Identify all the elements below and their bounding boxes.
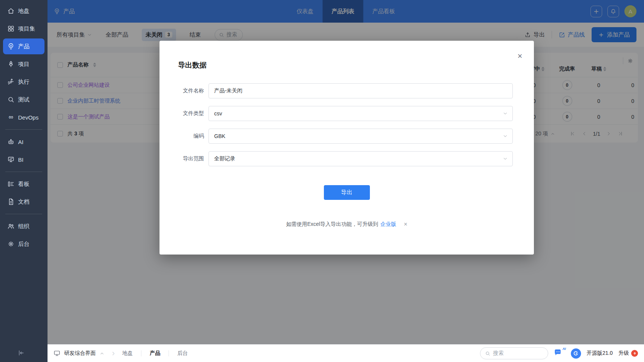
sidebar-item-kanban[interactable]: 看板 <box>3 176 44 192</box>
encoding-label: 编码 <box>159 133 204 140</box>
sidebar-item-ai[interactable]: AI <box>3 134 44 150</box>
chevron-up-icon[interactable] <box>100 351 104 356</box>
sidebar-item-product[interactable]: 产品 <box>3 38 44 54</box>
chevron-down-icon <box>503 156 508 161</box>
sidebar-item-label: 测试 <box>18 96 29 103</box>
search-icon <box>7 96 15 103</box>
sidebar-item-admin[interactable]: 后台 <box>3 236 44 252</box>
search-icon <box>485 351 491 356</box>
file-type-select[interactable]: csv <box>209 106 513 121</box>
file-type-value: csv <box>214 110 222 117</box>
infinity-icon: ∞ <box>7 114 15 121</box>
sidebar-item-label: 地盘 <box>18 8 29 15</box>
sidebar-item-home[interactable]: 地盘 <box>3 3 44 19</box>
breadcrumb-product[interactable]: 产品 <box>150 350 160 357</box>
upgrade-label: 升级 <box>618 350 629 357</box>
file-name-label: 文件名称 <box>159 87 204 94</box>
sidebar-divider <box>5 214 42 214</box>
chat-bubble-icon <box>554 348 563 357</box>
grid-icon <box>7 25 15 32</box>
chevron-right-icon: › <box>112 349 115 357</box>
upgrade-arrow-icon <box>631 350 638 357</box>
robot-icon <box>7 138 15 146</box>
export-dialog: × 导出数据 文件名称 文件类型 csv 编码 GBK 导出范围 全部记录 <box>159 41 534 255</box>
kanban-icon <box>7 180 15 188</box>
sidebar-item-label: 文档 <box>18 198 29 206</box>
breadcrumb-divider <box>169 350 169 356</box>
upgrade-note-text: 如需使用Excel导入导出功能，可升级到 <box>286 221 378 228</box>
encoding-value: GBK <box>214 133 225 139</box>
sidebar-item-testing[interactable]: 测试 <box>3 92 44 107</box>
sidebar-item-project[interactable]: 项目 <box>3 56 44 72</box>
sidebar-item-devops[interactable]: ∞ DevOps <box>3 109 44 125</box>
runner-icon <box>7 78 15 86</box>
sidebar-divider <box>5 129 42 130</box>
close-icon[interactable]: × <box>515 51 525 61</box>
sidebar-item-docs[interactable]: 文档 <box>3 194 44 210</box>
ai-assistant-button[interactable]: AI <box>554 348 565 358</box>
ai-label: AI <box>563 347 566 351</box>
export-scope-value: 全部记录 <box>214 155 235 162</box>
sidebar-item-label: 项目 <box>18 61 29 68</box>
export-scope-label: 导出范围 <box>159 155 204 162</box>
sidebar: 地盘 项目集 产品 项目 执行 测试 ∞ DevOps AI BI 看板 文档 <box>0 0 48 362</box>
bulb-icon <box>7 43 15 50</box>
sidebar-divider <box>5 172 42 172</box>
breadcrumb-divider <box>141 350 141 356</box>
sidebar-collapse-button[interactable] <box>17 349 25 357</box>
sidebar-item-label: BI <box>18 156 23 163</box>
breadcrumb-home[interactable]: 地盘 <box>122 350 133 357</box>
interface-switcher[interactable]: 研发综合界面 <box>64 350 96 357</box>
sidebar-item-execution[interactable]: 执行 <box>3 74 44 90</box>
version-label: 开源版21.0 <box>587 350 613 357</box>
export-scope-select[interactable]: 全部记录 <box>209 151 513 166</box>
sidebar-item-label: 项目集 <box>18 25 35 32</box>
sidebar-item-label: 执行 <box>18 78 29 86</box>
search-placeholder: 搜索 <box>493 350 504 357</box>
monitor-icon <box>54 350 60 357</box>
file-name-input[interactable] <box>209 83 513 98</box>
rocket-icon <box>7 60 15 68</box>
sidebar-item-label: 后台 <box>18 241 29 248</box>
breadcrumb-admin[interactable]: 后台 <box>177 350 188 357</box>
enterprise-link[interactable]: 企业版 <box>380 221 396 228</box>
global-search-input[interactable]: 搜索 <box>480 347 548 359</box>
file-type-label: 文件类型 <box>159 110 204 117</box>
note-dismiss-icon[interactable]: × <box>404 221 407 228</box>
sidebar-item-label: 看板 <box>18 181 29 188</box>
sidebar-item-label: 产品 <box>18 43 29 50</box>
sidebar-item-projectset[interactable]: 项目集 <box>3 21 44 37</box>
gear-icon <box>7 240 15 248</box>
chart-board-icon <box>7 156 15 163</box>
bottombar: 研发综合界面 › 地盘 产品 后台 搜索 AI 开源版21.0 升级 <box>48 344 644 362</box>
export-submit-button[interactable]: 导出 <box>324 185 370 200</box>
sidebar-item-bi[interactable]: BI <box>3 152 44 167</box>
sidebar-item-label: AI <box>18 139 23 145</box>
sidebar-item-label: DevOps <box>18 114 38 121</box>
upgrade-button[interactable]: 升级 <box>618 350 638 357</box>
document-icon <box>7 198 15 206</box>
sidebar-item-organization[interactable]: 组织 <box>3 218 44 234</box>
dialog-title: 导出数据 <box>178 60 207 70</box>
zentao-logo[interactable] <box>571 348 581 359</box>
sidebar-item-label: 组织 <box>18 223 29 230</box>
chevron-down-icon <box>503 133 508 139</box>
encoding-select[interactable]: GBK <box>209 129 513 144</box>
people-icon <box>7 222 15 230</box>
chevron-down-icon <box>503 111 508 116</box>
home-icon <box>7 7 15 15</box>
